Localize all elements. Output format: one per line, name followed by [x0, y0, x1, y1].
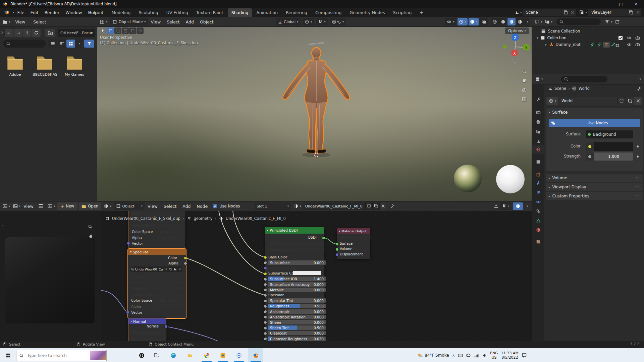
socket-vector[interactable] — [126, 311, 129, 314]
select-box-button[interactable] — [107, 27, 114, 34]
socket-float[interactable] — [264, 310, 267, 313]
image-menu-view[interactable]: View — [20, 204, 37, 209]
outliner-search[interactable] — [556, 18, 601, 25]
socket-color[interactable] — [184, 256, 187, 260]
new-image-button[interactable]: +New — [57, 202, 77, 210]
tab-layout[interactable]: Layout — [86, 8, 107, 17]
node-slider-sheen[interactable]: Sheen0.000 — [268, 320, 326, 324]
menu-render[interactable]: Render — [42, 10, 63, 15]
taskbar-search-input[interactable] — [26, 353, 90, 358]
menu-window[interactable]: Window — [62, 10, 85, 15]
properties-search-input[interactable] — [570, 77, 605, 81]
folder-item[interactable]: Adobe — [3, 53, 27, 77]
scene-name-field[interactable]: Scene — [523, 9, 576, 16]
node-slider-clearcoat-roughness[interactable]: Clearcoat Roughness0.030 — [268, 337, 326, 341]
hamburger-button[interactable] — [39, 204, 43, 208]
editor-type-button[interactable]: ▾ — [3, 19, 10, 24]
start-button[interactable] — [0, 348, 16, 362]
node-slider-specular-tint[interactable]: Specular Tint0.000 — [268, 298, 326, 303]
socket-float[interactable] — [264, 283, 267, 286]
tab-render[interactable] — [532, 108, 544, 117]
tab-output[interactable] — [532, 117, 544, 126]
taskbar-app-file-explorer[interactable] — [182, 348, 197, 362]
list-view-button[interactable] — [48, 40, 57, 48]
outliner-search-input[interactable] — [566, 19, 598, 24]
node-slider-clearcoat[interactable]: Clearcoat0.000 — [268, 331, 326, 335]
color-socket-button[interactable] — [586, 142, 594, 150]
ortho-grid-icon[interactable] — [522, 97, 527, 102]
pan-hand-icon[interactable] — [522, 78, 527, 83]
breadcrumb-world[interactable]: World — [579, 86, 590, 91]
outliner-row-scene-collection[interactable]: Scene Collection — [532, 28, 644, 35]
editor-type-button[interactable]: ▾ — [104, 204, 111, 208]
folder-item[interactable]: B9ECED6F.AS — [33, 53, 57, 77]
tab-particles[interactable] — [532, 188, 544, 197]
clock[interactable]: 11:33 AM8/5/2022 — [501, 351, 519, 360]
node-slider-anisotropic[interactable]: Anisotropic0.000 — [268, 309, 326, 314]
select-lasso-button[interactable] — [122, 27, 129, 34]
socket-float[interactable] — [264, 299, 267, 303]
copy-button[interactable] — [626, 97, 634, 105]
socket-float[interactable] — [264, 278, 267, 281]
path-field[interactable]: C:\Users\E...Documents\ — [58, 29, 95, 37]
node-normal-map[interactable]: ▾Normal — [128, 318, 166, 341]
editor-type-button[interactable]: ▾ — [3, 204, 10, 208]
tab-uv-editing[interactable]: UV Editing — [163, 8, 192, 17]
file-menu-view[interactable]: View — [12, 19, 29, 24]
world-type-button[interactable]: ▾ — [546, 97, 558, 105]
use-nodes-checkbox[interactable]: Use Nodes — [213, 204, 240, 208]
socket-float[interactable] — [264, 315, 267, 319]
socket-float[interactable] — [264, 261, 267, 264]
node-slider-sheen-tint[interactable]: Sheen Tint0.500 — [268, 325, 326, 330]
character-model[interactable] — [275, 38, 359, 158]
taskbar-app-chrome[interactable] — [199, 348, 214, 362]
tab-world[interactable] — [532, 145, 544, 154]
tab-+[interactable]: + — [416, 8, 427, 17]
minimize-button[interactable]: ─ — [598, 0, 613, 8]
show-desktop-button[interactable] — [642, 348, 644, 362]
file-search-input[interactable] — [12, 41, 43, 46]
socket-float[interactable] — [184, 262, 187, 265]
new-collection-button[interactable] — [615, 19, 620, 24]
object-mode-dropdown[interactable]: Object Mode▾ — [110, 18, 148, 25]
viewport-content[interactable]: Options▾User Perspective(1) Collection |… — [97, 26, 532, 201]
use-nodes-button[interactable]: Use Nodes — [549, 119, 640, 127]
socket-color[interactable] — [264, 256, 267, 259]
tab-collection[interactable] — [532, 158, 544, 166]
menu-edit[interactable]: Edit — [27, 10, 41, 15]
surface-panel-header[interactable]: ▾Surface:::: — [546, 108, 643, 116]
tab-object[interactable] — [532, 170, 544, 179]
taskbar-app-opera[interactable] — [134, 348, 149, 362]
node-header[interactable]: ▾Principled BSDF — [265, 227, 324, 234]
tab-compositing[interactable]: Compositing — [312, 8, 345, 17]
tab-physics[interactable] — [532, 197, 544, 206]
socket-float[interactable] — [264, 288, 267, 292]
detail-view-button[interactable] — [57, 40, 66, 48]
outliner-filter-button[interactable]: ▾ — [605, 19, 612, 24]
select-extend-button[interactable] — [137, 27, 144, 34]
tab-view-layer[interactable] — [532, 127, 544, 136]
image-browse-button[interactable]: ▾ — [48, 204, 55, 208]
file-menu-select[interactable]: Select — [30, 19, 49, 24]
node-header[interactable]: ▾Normal — [128, 318, 166, 324]
expand-caret[interactable]: ▸ — [545, 43, 547, 46]
tab-animation[interactable]: Animation — [253, 8, 281, 17]
viewport-menu-add[interactable]: Add — [183, 19, 197, 24]
editor-type-button[interactable]: ▾ — [535, 77, 543, 81]
socket-shader[interactable] — [335, 242, 339, 246]
node-header[interactable]: ▾Material Output — [337, 228, 370, 234]
tab-modeling[interactable]: Modeling — [108, 8, 135, 17]
image-canvas[interactable] — [5, 237, 95, 323]
strength-socket-button[interactable] — [586, 153, 594, 161]
socket-float[interactable] — [264, 305, 267, 308]
tab-sculpting[interactable]: Sculpting — [135, 8, 162, 17]
maximize-button[interactable]: ▢ — [613, 0, 629, 8]
gizmos-toggle[interactable]: ▾ — [458, 18, 468, 25]
strength-anim-dot[interactable] — [637, 156, 639, 158]
snap-dropdown[interactable]: ▾ — [500, 202, 512, 210]
color-anim-dot[interactable] — [637, 145, 639, 147]
tab-material[interactable] — [532, 226, 544, 234]
shading-wireframe-button[interactable] — [491, 18, 499, 25]
outliner-row-collection[interactable]: ▾Collection — [532, 35, 644, 41]
socket-float[interactable] — [264, 337, 267, 341]
